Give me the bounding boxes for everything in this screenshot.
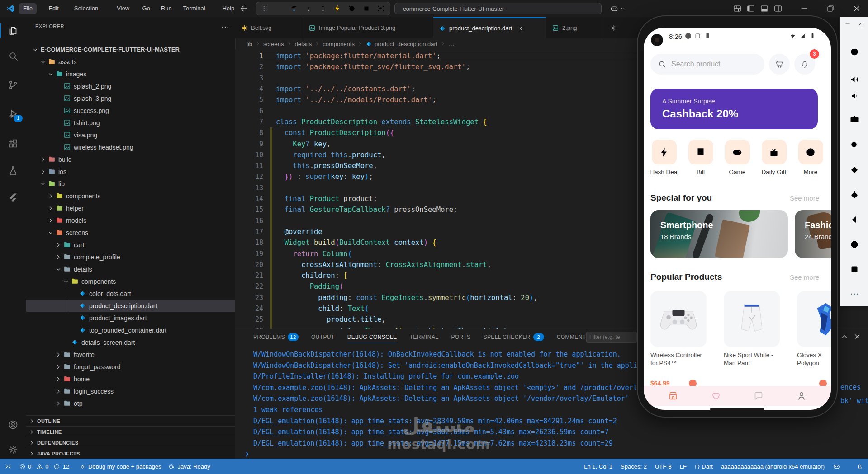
activity-explorer[interactable] xyxy=(0,21,26,41)
toggle-secondary-sidebar-icon[interactable] xyxy=(773,4,783,13)
more-icon[interactable] xyxy=(848,288,861,300)
tree-item-complete-profile[interactable]: complete_profile xyxy=(26,251,236,263)
tab-product_description.dart[interactable]: product_description.dart xyxy=(433,17,546,38)
screencast-icon[interactable] xyxy=(375,3,387,14)
tree-item-color-dots-dart[interactable]: color_dots.dart xyxy=(26,287,236,300)
drag-dots-icon[interactable] xyxy=(259,3,271,14)
tree-item-wireless-headset-png[interactable]: wireless headset.png xyxy=(26,141,236,153)
customize-layout-icon[interactable] xyxy=(733,4,742,13)
tab-2.png[interactable]: 2.png xyxy=(546,17,604,38)
zoom-in-icon[interactable] xyxy=(848,139,861,151)
tree-item-splash-3-png[interactable]: splash_3.png xyxy=(26,92,236,104)
step-out-icon[interactable] xyxy=(317,3,329,14)
tree-item-tshirt-png[interactable]: tshirt.png xyxy=(26,117,236,129)
minimize-icon[interactable] xyxy=(800,4,809,13)
hot-reload-icon[interactable] xyxy=(332,3,343,14)
breadcrumb-item[interactable]: components xyxy=(323,41,355,47)
tree-item-components[interactable]: components xyxy=(26,275,236,287)
tree-item-ios[interactable]: ios xyxy=(26,165,236,178)
status-ln[interactable]: Ln 1, Col 1 xyxy=(584,463,612,470)
store-nav-icon[interactable] xyxy=(668,390,678,401)
activity-testing[interactable] xyxy=(0,161,26,181)
volume-down-icon[interactable] xyxy=(848,89,861,102)
product-card-controller[interactable] xyxy=(650,291,707,347)
step-over-icon[interactable] xyxy=(288,3,300,14)
breadcrumb-item[interactable]: lib xyxy=(247,41,252,47)
panel-close-icon[interactable] xyxy=(853,333,861,341)
special-card-smartphone[interactable]: Smartphone 18 Brands xyxy=(650,210,788,258)
remote-indicator-icon[interactable] xyxy=(5,463,12,470)
tree-item-details-screen-dart[interactable]: details_screen.dart xyxy=(26,336,236,348)
breadcrumb-file[interactable]: product_description.dart xyxy=(375,41,437,47)
tree-item-visa-png[interactable]: visa.png xyxy=(26,129,236,141)
heart-nav-icon[interactable] xyxy=(711,390,721,401)
menu-terminal[interactable]: Terminal xyxy=(179,3,209,14)
back-icon[interactable] xyxy=(848,213,861,226)
category-daily-gift[interactable]: Daily Gift xyxy=(759,140,788,175)
tree-item-build[interactable]: build xyxy=(26,153,236,165)
chat-nav-icon[interactable] xyxy=(753,390,764,401)
special-see-more[interactable]: See more xyxy=(790,194,819,202)
tree-item-product-description-dart[interactable]: product_description.dart xyxy=(26,300,236,312)
debug-status[interactable]: Debug my code + packages xyxy=(79,463,161,470)
breadcrumb-item[interactable]: screens xyxy=(263,41,284,47)
breadcrumb-item[interactable]: details xyxy=(295,41,312,47)
tree-item-otp[interactable]: otp xyxy=(26,397,236,409)
activity-run-debug[interactable]: 1 xyxy=(0,104,26,124)
problems-status[interactable]: 0012 xyxy=(19,463,72,470)
status-dart[interactable]: { }Dart xyxy=(695,463,713,470)
tree-item-helper[interactable]: helper xyxy=(26,202,236,214)
command-center[interactable]: commerce-Complete-Flutter-UI-master xyxy=(394,3,602,14)
toggle-panel-icon[interactable] xyxy=(760,4,769,13)
tree-item-screens[interactable]: screens xyxy=(26,226,236,239)
activity-flutter[interactable] xyxy=(0,188,26,208)
breadcrumb-tail[interactable]: … xyxy=(448,41,454,47)
tab-Bell.svg[interactable]: Bell.svg xyxy=(235,17,303,38)
special-card-fashion[interactable]: Fashion 24 Brands xyxy=(795,210,831,258)
activity-extensions[interactable] xyxy=(0,134,26,154)
close-tab-icon[interactable] xyxy=(517,25,524,32)
person-nav-icon[interactable] xyxy=(796,390,807,401)
product-card-gloves[interactable] xyxy=(797,291,831,347)
panel-tab-problems[interactable]: PROBLEMS12 xyxy=(253,329,299,345)
tree-item-models[interactable]: models xyxy=(26,214,236,226)
tree-item-top-rounded-container-dart[interactable]: top_rounded_container.dart xyxy=(26,324,236,336)
tree-item-product-images-dart[interactable]: product_images.dart xyxy=(26,312,236,324)
tree-item-home[interactable]: home xyxy=(26,373,236,385)
close-icon[interactable] xyxy=(852,4,861,13)
menu-view[interactable]: View xyxy=(113,3,133,14)
tab-Image Popular Product 3.png[interactable]: Image Popular Product 3.png xyxy=(303,17,433,38)
tree-item-splash-2-png[interactable]: splash_2.png xyxy=(26,80,236,92)
step-into-icon[interactable] xyxy=(303,3,314,14)
toggle-sidebar-icon[interactable] xyxy=(746,4,755,13)
java-status[interactable]: Java: Ready xyxy=(168,463,210,470)
tree-item-e-commerce-complete-flutter-ui-master[interactable]: E-COMMERCE-COMPLETE-FLUTTER-UI-MASTER xyxy=(26,43,236,56)
home-icon[interactable] xyxy=(848,238,861,251)
panel-maximize-icon[interactable] xyxy=(840,333,849,341)
status-spaces[interactable]: Spaces: 2 xyxy=(621,463,647,470)
emulator-close-icon[interactable] xyxy=(855,19,865,29)
chevron-down-icon[interactable] xyxy=(620,4,626,13)
category-more[interactable]: More xyxy=(796,140,825,175)
status-aaaaaaaaaaaaa[interactable]: aaaaaaaaaaaaa (android-x64 emulator) xyxy=(721,463,825,470)
tree-item-details[interactable]: details xyxy=(26,263,236,275)
category-bill[interactable]: Bill xyxy=(686,140,715,175)
volume-up-icon[interactable] xyxy=(848,73,861,86)
popular-see-more[interactable]: See more xyxy=(790,273,819,281)
menu-edit[interactable]: Edit xyxy=(44,3,62,14)
tree-item-cart[interactable]: cart xyxy=(26,239,236,251)
panel-tab-output[interactable]: OUTPUT xyxy=(311,329,335,345)
tree-item-components[interactable]: components xyxy=(26,190,236,202)
overview-icon[interactable] xyxy=(848,263,861,276)
section-outline[interactable]: OUTLINE xyxy=(26,415,235,427)
cart-button[interactable] xyxy=(769,54,790,75)
power-icon[interactable] xyxy=(848,45,861,58)
tree-item-lib[interactable]: lib xyxy=(26,178,236,190)
home-indicator[interactable] xyxy=(710,408,764,410)
tree-item-images[interactable]: images xyxy=(26,68,236,80)
activity-account[interactable] xyxy=(0,415,26,435)
activity-settings[interactable] xyxy=(0,440,26,460)
console-filter-input[interactable] xyxy=(586,332,637,343)
menu-file[interactable]: File xyxy=(19,3,37,14)
section-java-projects[interactable]: JAVA PROJECTS xyxy=(26,448,235,459)
